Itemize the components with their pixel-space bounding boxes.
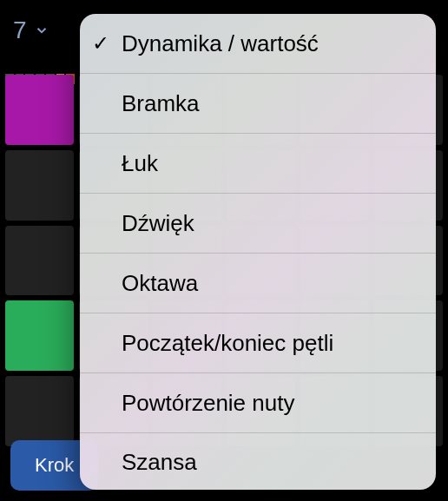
grid-cell[interactable] xyxy=(5,75,74,145)
menu-item-chance[interactable]: Szansa xyxy=(80,433,436,475)
checkmark-icon: ✓ xyxy=(92,31,109,56)
menu-item-label: Bramka xyxy=(122,90,200,117)
menu-item-octave[interactable]: Oktawa xyxy=(80,254,436,313)
menu-item-label: Oktawa xyxy=(122,270,198,297)
menu-item-label: Dynamika / wartość xyxy=(122,30,319,57)
menu-item-label: Powtórzenie nuty xyxy=(122,390,294,417)
grid-cell[interactable] xyxy=(5,376,74,446)
menu-item-tie[interactable]: Łuk xyxy=(80,134,436,194)
menu-item-sound[interactable]: Dźwięk xyxy=(80,194,436,254)
menu-item-repeat[interactable]: Powtórzenie nuty xyxy=(80,373,436,433)
menu-item-dynamics[interactable]: ✓ Dynamika / wartość xyxy=(80,14,436,74)
grid-cell[interactable] xyxy=(5,150,74,221)
menu-item-label: Dźwięk xyxy=(122,210,194,237)
menu-item-gate[interactable]: Bramka xyxy=(80,74,436,134)
edit-mode-menu: ✓ Dynamika / wartość Bramka Łuk Dźwięk O… xyxy=(80,14,436,490)
header-display: 7 xyxy=(0,0,63,61)
header-value: 7 xyxy=(13,16,27,44)
chevron-down-icon[interactable] xyxy=(34,23,49,38)
menu-item-label: Łuk xyxy=(122,150,158,177)
grid-cell[interactable] xyxy=(5,300,74,371)
grid-cell[interactable] xyxy=(5,226,74,296)
menu-item-loop[interactable]: Początek/koniec pętli xyxy=(80,313,436,373)
menu-item-label: Początek/koniec pętli xyxy=(122,330,333,357)
menu-item-label: Szansa xyxy=(122,449,197,476)
